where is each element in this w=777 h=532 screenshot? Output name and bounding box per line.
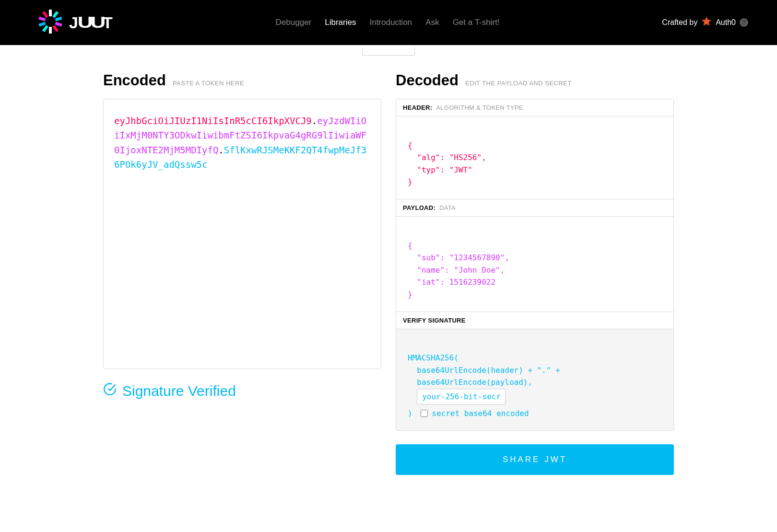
svg-rect-1 [52, 11, 59, 18]
svg-rect-7 [38, 22, 46, 27]
token-input[interactable]: eyJhbGciOiJIUzI1NiIsInR5cCI6IkpXVCJ9.eyJ… [103, 99, 381, 369]
svg-rect-9 [42, 11, 48, 18]
algorithm-row [0, 45, 777, 58]
auth0-logo-icon[interactable] [701, 16, 712, 29]
auth0-brand-text[interactable]: Auth0 [716, 18, 736, 27]
decoded-column: Decoded EDIT THE PAYLOAD AND SECRET HEAD… [396, 72, 674, 475]
payload-label: PAYLOAD: [403, 204, 436, 211]
svg-rect-4 [52, 25, 59, 32]
svg-rect-3 [55, 22, 62, 27]
nav-libraries[interactable]: Libraries [325, 18, 356, 27]
base64-checkbox[interactable] [421, 410, 428, 417]
signature-status-text: Signature Verified [122, 383, 236, 399]
nav-introduction[interactable]: Introduction [369, 18, 412, 27]
decoded-heading: Decoded [396, 72, 459, 89]
svg-rect-8 [38, 16, 46, 21]
base64-checkbox-label[interactable]: secret base64 encoded [432, 407, 529, 420]
signature-label: VERIFY SIGNATURE [403, 317, 466, 324]
signature-body: HMACSHA256( base64UrlEncode(header) + ".… [396, 329, 673, 430]
decoded-title: Decoded EDIT THE PAYLOAD AND SECRET [396, 72, 674, 89]
header-label: HEADER: [403, 104, 432, 111]
sig-line: HMACSHA256( [408, 353, 459, 362]
svg-rect-5 [49, 27, 52, 34]
header-json-editor[interactable]: { "alg": "HS256", "typ": "JWT" } [396, 116, 673, 199]
top-header: JUUT Debugger Libraries Introduction Ask… [0, 0, 777, 45]
share-jwt-button[interactable]: SHARE JWT [396, 444, 674, 475]
signature-status: Signature Verified [103, 382, 381, 399]
jwt-text-icon: JUUT [69, 13, 113, 32]
crafted-by-label: Crafted by [662, 18, 697, 27]
decoded-subtitle: EDIT THE PAYLOAD AND SECRET [465, 80, 572, 87]
nav-ask[interactable]: Ask [425, 18, 439, 27]
main-nav: Debugger Libraries Introduction Ask Get … [276, 18, 500, 27]
token-dot: . [312, 116, 317, 126]
encoded-subtitle: PASTE A TOKEN HERE [173, 80, 244, 87]
sig-line: base64UrlEncode(payload), [408, 378, 532, 387]
token-header-part: eyJhbGciOiJIUzI1NiIsInR5cCI6IkpXVCJ9 [114, 116, 312, 126]
svg-rect-6 [42, 25, 48, 32]
svg-rect-0 [49, 10, 52, 16]
header-section-title: HEADER: ALGORITHM & TOKEN TYPE [396, 99, 673, 116]
decoded-box: HEADER: ALGORITHM & TOKEN TYPE { "alg": … [396, 99, 674, 431]
logo[interactable]: JUUT [38, 10, 113, 35]
encoded-column: Encoded PASTE A TOKEN HERE eyJhbGciOiJIU… [103, 72, 381, 475]
help-icon[interactable]: ? [740, 18, 748, 27]
payload-section-title: PAYLOAD: DATA [396, 199, 673, 217]
crafted-by: Crafted by Auth0 ? [662, 16, 748, 29]
payload-sublabel: DATA [439, 204, 456, 211]
sig-close-paren: ) [408, 407, 417, 420]
sig-line: base64UrlEncode(header) + "." + [408, 366, 560, 375]
token-dot: . [218, 145, 224, 155]
nav-tshirt[interactable]: Get a T-shirt! [453, 18, 500, 27]
nav-debugger[interactable]: Debugger [276, 18, 312, 27]
check-circle-icon [103, 382, 117, 399]
encoded-heading: Encoded [103, 72, 166, 89]
payload-json-editor[interactable]: { "sub": "1234567890", "name": "John Doe… [396, 217, 673, 312]
signature-section-title: VERIFY SIGNATURE [396, 312, 673, 329]
svg-rect-2 [55, 16, 62, 21]
jwt-star-icon [38, 10, 62, 35]
secret-input[interactable] [417, 389, 506, 405]
header-sublabel: ALGORITHM & TOKEN TYPE [436, 104, 523, 111]
encoded-title: Encoded PASTE A TOKEN HERE [103, 72, 381, 89]
